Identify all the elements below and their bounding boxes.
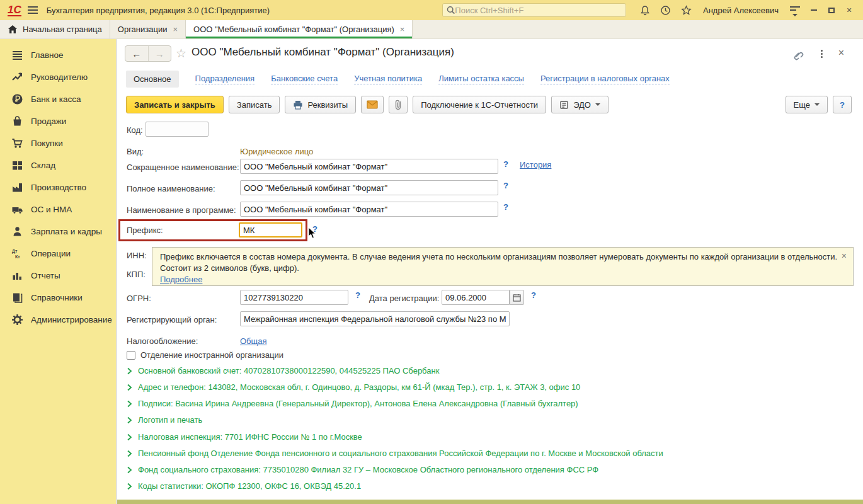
sidebar-item-os-nma[interactable]: ОС и НМА (0, 198, 116, 220)
sidebar-item-prodazhi[interactable]: Продажи (0, 110, 116, 132)
edo-icon (559, 100, 569, 110)
section-address-phone[interactable]: Адрес и телефон: 143082, Московская обл,… (127, 382, 580, 392)
nav-limity-kassy[interactable]: Лимиты остатка кассы (438, 73, 524, 84)
maximize-button[interactable] (823, 3, 840, 18)
gear-icon (11, 314, 23, 326)
main-menu-icon[interactable] (28, 6, 38, 14)
sidebar-item-sklad[interactable]: Склад (0, 154, 116, 176)
save-and-close-button[interactable]: Записать и закрыть (126, 96, 224, 113)
forward-button[interactable]: → (149, 46, 171, 61)
more-menu-icon[interactable] (821, 50, 823, 58)
prefix-input[interactable] (239, 222, 302, 238)
sidebar-item-otchety[interactable]: Отчеты (0, 265, 116, 287)
short-name-label: Сокращенное наименование: (127, 163, 239, 172)
section-social-insurance[interactable]: Фонд социального страхования: 7735010280… (127, 465, 598, 474)
send-email-button[interactable] (361, 96, 384, 113)
kod-input[interactable] (146, 122, 209, 137)
history-link[interactable]: История (520, 160, 551, 169)
sidebar-item-proizvodstvo[interactable]: Производство (0, 176, 116, 198)
sidebar-item-operacii[interactable]: ДтКт Операции (0, 243, 116, 265)
tab-home[interactable]: Начальная страница (0, 20, 110, 38)
short-name-input[interactable] (240, 159, 498, 174)
edo-button[interactable]: ЭДО (551, 96, 609, 113)
favorite-star-icon[interactable]: ☆ (176, 46, 186, 60)
current-user[interactable]: Андрей Алексеевич (703, 6, 779, 15)
tab-organizations[interactable]: Организации × (110, 20, 186, 38)
ogrn-input[interactable] (240, 290, 348, 305)
nav-bankovskie-scheta[interactable]: Банковские счета (271, 73, 338, 84)
factory-icon (11, 181, 23, 193)
section-bank-account[interactable]: Основной банковский счет: 40702810738000… (127, 366, 439, 375)
help-mark[interactable]: ? (503, 159, 508, 169)
full-name-input[interactable] (240, 180, 498, 195)
requisites-button[interactable]: Реквизиты (285, 96, 356, 113)
person-icon (11, 226, 23, 238)
ruble-icon (11, 93, 23, 105)
nav-registracii-nalog[interactable]: Регистрации в налоговых органах (540, 73, 670, 84)
foreign-org-checkbox[interactable] (127, 351, 135, 360)
section-logo-stamp[interactable]: Логотип и печать (127, 415, 202, 425)
tooltip-close-icon[interactable]: × (842, 250, 847, 261)
nav-uchetnaya-politika[interactable]: Учетная политика (354, 73, 422, 84)
notifications-bell-icon[interactable] (640, 5, 650, 16)
inn-label: ИНН: (127, 251, 147, 260)
service-menu-icon[interactable] (790, 6, 800, 14)
close-window-button[interactable]: × (840, 3, 858, 18)
nav-osnovnoe[interactable]: Основное (126, 71, 179, 88)
help-mark[interactable]: ? (355, 290, 360, 300)
sidebar-item-bank-kassa[interactable]: Банк и касса (0, 88, 116, 110)
get-link-icon[interactable] (791, 49, 804, 62)
tab-label: Начальная страница (23, 25, 102, 34)
section-statistics-codes[interactable]: Коды статистики: ОКОПФ 12300, ОКФС 16, О… (127, 481, 361, 491)
prefix-tooltip: × Префикс включается в состав номера док… (152, 247, 854, 286)
reg-organ-input[interactable] (240, 311, 510, 326)
program-name-input[interactable] (240, 202, 498, 217)
calendar-icon (513, 294, 521, 302)
tooltip-more-link[interactable]: Подробнее (160, 275, 202, 284)
reg-date-label: Дата регистрации: (369, 294, 439, 303)
tab-close-icon[interactable]: × (173, 25, 178, 34)
nav-podrazdeleniya[interactable]: Подразделения (195, 73, 255, 84)
attachments-button[interactable] (389, 96, 408, 113)
sidebar-item-glavnoe[interactable]: Главное (0, 44, 116, 66)
sidebar-item-spravochniki[interactable]: Справочники (0, 287, 116, 309)
section-tax-inspection[interactable]: Налоговая инспекция: 7701 ИФНС России № … (127, 432, 362, 442)
dropdown-caret-icon (814, 103, 820, 106)
chevron-right-icon (127, 466, 132, 474)
tab-organization-format[interactable]: ООО "Мебельный комбинат "Формат" (Органи… (186, 20, 413, 38)
help-button[interactable]: ? (833, 96, 852, 113)
help-mark[interactable]: ? (503, 202, 508, 212)
favorites-star-icon[interactable] (681, 5, 692, 16)
global-search[interactable] (442, 3, 626, 17)
sidebar-item-zarplata-kadry[interactable]: Зарплата и кадры (0, 220, 116, 243)
sidebar-item-rukovoditelyu[interactable]: Руководителю (0, 66, 116, 88)
sidebar-item-pokupki[interactable]: Покупки (0, 132, 116, 154)
save-button[interactable]: Записать (229, 96, 280, 113)
search-input[interactable] (455, 6, 622, 15)
form-navigation: Основное Подразделения Банковские счета … (126, 69, 670, 88)
history-icon[interactable] (660, 5, 671, 16)
tab-close-icon[interactable]: × (400, 25, 405, 34)
sidebar-item-administrirovanie[interactable]: Администрирование (0, 309, 116, 331)
page-title: ООО "Мебельный комбинат "Формат" (Органи… (191, 46, 454, 59)
app-title: Бухгалтерия предприятия, редакция 3.0 (1… (47, 6, 270, 15)
1c-logo: 1С (8, 4, 21, 16)
window-bottom-edge (117, 500, 863, 504)
section-signatures[interactable]: Подписи: Васина Ирина Андреевна (Генерал… (127, 399, 578, 408)
tab-bar: Начальная страница Организации × ООО "Ме… (0, 20, 863, 39)
close-form-icon[interactable]: × (838, 47, 844, 59)
calendar-button[interactable] (510, 290, 524, 305)
svg-text:Кт: Кт (15, 255, 20, 259)
reg-date-input[interactable] (442, 290, 510, 305)
section-pension-fund[interactable]: Пенсионный фонд Отделение Фонда пенсионн… (127, 449, 663, 458)
prefix-label: Префикс: (127, 226, 163, 235)
connect-1c-reporting-button[interactable]: Подключение к 1С-Отчетности (413, 96, 546, 113)
back-button[interactable]: ← (125, 46, 149, 61)
help-mark[interactable]: ? (503, 181, 508, 190)
more-button[interactable]: Еще (786, 96, 828, 113)
minimize-button[interactable] (805, 3, 823, 18)
bag-icon (11, 115, 23, 127)
tax-link[interactable]: Общая (240, 336, 267, 346)
help-mark[interactable]: ? (531, 290, 536, 300)
envelope-icon (367, 100, 378, 109)
